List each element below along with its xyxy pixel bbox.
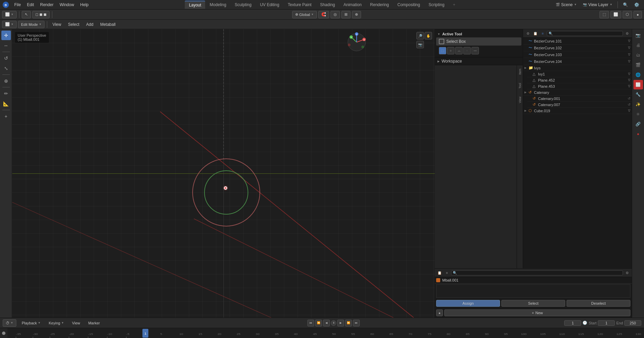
measure-tool-btn[interactable]: 📐 bbox=[1, 99, 11, 108]
filter-btn[interactable]: ⚙️ bbox=[632, 2, 641, 8]
material-slot-item[interactable]: Mball.001 bbox=[435, 277, 632, 284]
annotate-tool-btn[interactable]: ✏ bbox=[1, 89, 11, 98]
props-search-input[interactable] bbox=[451, 270, 623, 275]
tree-item-catenary007[interactable]: ↺ Catenary.007 ↺ bbox=[527, 102, 632, 108]
jump-start-btn[interactable]: ⏮ bbox=[307, 320, 314, 326]
props-mode-btn[interactable]: ≡ bbox=[444, 269, 450, 276]
transform-space-dropdown[interactable]: ⊕ Global ▼ bbox=[292, 11, 317, 18]
help-menu[interactable]: Help bbox=[77, 2, 91, 8]
select-menu-btn[interactable]: Select bbox=[65, 21, 82, 28]
prev-keyframe-btn[interactable]: ⏪ bbox=[315, 320, 322, 326]
keying-btn[interactable]: Keying ▼ bbox=[46, 319, 67, 327]
editor-type-btn[interactable]: ⬜ ▼ bbox=[2, 11, 17, 18]
tree-item-bezier102[interactable]: 〜 BezierCurve.102 ∇ bbox=[523, 45, 632, 51]
viewport-shading-solid[interactable]: ⬜ bbox=[610, 11, 621, 18]
proportional-btn[interactable]: ◎ bbox=[330, 11, 340, 18]
tab-scripting[interactable]: Scripting bbox=[425, 1, 449, 9]
assign-btn[interactable]: Assign bbox=[436, 300, 500, 307]
props-type-btn[interactable]: 📋 bbox=[436, 269, 443, 276]
workspace-row[interactable]: ▶ Workspace bbox=[435, 57, 523, 65]
modifier-props-btn[interactable]: 🔧 bbox=[633, 90, 643, 99]
tree-item-bezier103[interactable]: 〜 BezierCurve.103 ∇ bbox=[523, 51, 632, 58]
select-box-btn[interactable]: ⬚ bbox=[439, 47, 446, 54]
tab-animation[interactable]: Animation bbox=[339, 1, 365, 9]
scene-selector[interactable]: 🎬 Scene ▼ bbox=[554, 2, 579, 8]
navigation-gizmo[interactable]: X Y Z bbox=[346, 32, 367, 53]
add-menu-btn[interactable]: Add bbox=[84, 21, 96, 28]
particles-props-btn[interactable]: ✨ bbox=[633, 100, 643, 109]
tree-item-ivy1[interactable]: △ Ivy1 ∇ bbox=[527, 71, 632, 77]
scene-tree-search-input[interactable] bbox=[547, 31, 623, 36]
current-frame-input[interactable] bbox=[564, 320, 581, 326]
tree-item-plane452[interactable]: △ Plane.452 ∇ bbox=[527, 77, 632, 83]
edit-mode-dropdown[interactable]: Edit Mode ▼ bbox=[18, 21, 44, 28]
select-lasso-btn[interactable]: ⌓ bbox=[455, 47, 463, 54]
next-keyframe-btn[interactable]: ⏩ bbox=[345, 320, 352, 326]
tree-item-ivys[interactable]: ▶ 📁 Ivys bbox=[523, 65, 632, 71]
snap-btn[interactable]: 🧲 bbox=[318, 11, 329, 18]
tab-uv-editing[interactable]: UV Editing bbox=[256, 1, 283, 9]
new-material-btn[interactable]: + New bbox=[444, 309, 630, 316]
tree-item-catenary[interactable]: ▶ ↺ Catenary bbox=[523, 89, 632, 96]
material-props-btn[interactable]: ● bbox=[633, 129, 643, 139]
prev-frame-btn[interactable]: ◀ bbox=[323, 320, 330, 326]
output-props-btn[interactable]: 🖨 bbox=[633, 40, 643, 50]
tree-item-plane453[interactable]: △ Plane.453 ∇ bbox=[527, 83, 632, 89]
scene-tree-type-btn[interactable]: 📋 bbox=[532, 30, 539, 37]
view-camera-btn[interactable]: 📷 bbox=[416, 41, 424, 48]
gizmo-btn[interactable]: ⊕ bbox=[352, 11, 361, 18]
viewport-3d[interactable]: User Perspective (1) Mball.001 X Y Z bbox=[12, 29, 435, 318]
tab-compositing[interactable]: Compositing bbox=[393, 1, 424, 9]
viewport-shading-render[interactable]: ● bbox=[633, 11, 642, 18]
search-btn[interactable]: 🔍 bbox=[621, 2, 630, 8]
material-icon-btn[interactable]: ● bbox=[436, 309, 443, 316]
play-pause-btn[interactable]: ⏸ bbox=[331, 320, 336, 326]
add-tool-btn[interactable]: + bbox=[1, 112, 11, 121]
metaball-menu-btn[interactable]: Metaball bbox=[97, 21, 118, 28]
rotate-tool-btn[interactable]: ↺ bbox=[1, 53, 11, 63]
object-props-btn[interactable]: ⬜ bbox=[633, 80, 643, 89]
overlay-btn[interactable]: ⊞ bbox=[341, 11, 351, 18]
scene-tree-filter-btn[interactable]: ⚙ bbox=[524, 30, 531, 37]
blender-logo[interactable]: B bbox=[2, 1, 10, 9]
select-mode-btn[interactable]: ◻ ◼ ◼ bbox=[32, 11, 50, 18]
select-box-item[interactable]: Select Box bbox=[436, 37, 521, 46]
tool-label[interactable]: Tool bbox=[518, 82, 522, 89]
playback-btn[interactable]: Playback ▼ bbox=[19, 319, 43, 327]
scene-filter-icon-btn[interactable]: ⚙ bbox=[624, 30, 630, 37]
file-menu[interactable]: File bbox=[12, 2, 23, 8]
select-btn[interactable]: Select bbox=[501, 300, 565, 307]
scale-tool-btn[interactable]: ⤡ bbox=[1, 64, 11, 73]
edit-menu[interactable]: Edit bbox=[24, 2, 37, 8]
tab-add[interactable]: + bbox=[449, 1, 459, 9]
next-frame-btn[interactable]: ▶ bbox=[337, 320, 344, 326]
tab-texture-paint[interactable]: Texture Paint bbox=[284, 1, 316, 9]
select-mode-vert[interactable]: · bbox=[463, 47, 471, 54]
constraints-props-btn[interactable]: 🔗 bbox=[633, 119, 643, 129]
view-btn[interactable]: View bbox=[69, 319, 83, 327]
select-circle-btn[interactable]: ○ bbox=[447, 47, 454, 54]
item-label[interactable]: Item bbox=[518, 68, 522, 75]
world-props-btn[interactable]: 🌐 bbox=[633, 70, 643, 80]
marker-btn[interactable]: Marker bbox=[86, 319, 103, 327]
window-menu[interactable]: Window bbox=[57, 2, 77, 8]
render-menu[interactable]: Render bbox=[37, 2, 56, 8]
editor-type-btn-2[interactable]: ⬜ ▼ bbox=[2, 21, 17, 28]
physics-props-btn[interactable]: ⚛ bbox=[633, 109, 643, 119]
select-mode-edge[interactable]: — bbox=[471, 47, 479, 54]
view-layer-selector[interactable]: 📷 View Layer ▼ bbox=[581, 2, 614, 8]
start-frame-input[interactable] bbox=[598, 320, 615, 326]
tree-item-bezier101[interactable]: 〜 BezierCurve.101 ∇ bbox=[523, 38, 632, 45]
props-filter-btn[interactable]: ⚙ bbox=[624, 269, 630, 276]
tree-item-cube019[interactable]: ▶ ⬡ Cube.019 ∇ bbox=[523, 108, 632, 114]
cursor-tool-btn[interactable]: ✛ bbox=[1, 31, 11, 40]
bottom-editor-type-btn[interactable]: ⏱ ▼ bbox=[3, 319, 16, 327]
tab-modeling[interactable]: Modeling bbox=[205, 1, 230, 9]
end-frame-input[interactable] bbox=[624, 320, 641, 326]
tab-rendering[interactable]: Rendering bbox=[366, 1, 393, 9]
view-label[interactable]: View bbox=[518, 96, 522, 104]
jump-end-btn[interactable]: ⏭ bbox=[353, 320, 360, 326]
viewport-shading-wire[interactable]: ⬚ bbox=[600, 11, 609, 18]
deselect-btn[interactable]: Deselect bbox=[567, 300, 630, 307]
zoom-in-btn[interactable]: 🔎 bbox=[416, 32, 424, 39]
